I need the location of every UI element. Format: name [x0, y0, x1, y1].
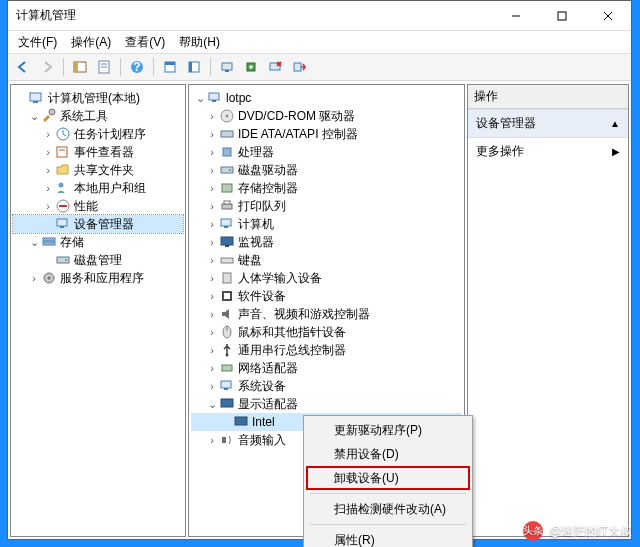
close-button[interactable]	[585, 1, 631, 31]
nav-forward-button[interactable]	[36, 56, 58, 78]
system-device-icon	[219, 378, 235, 394]
nav-back-button[interactable]	[12, 56, 34, 78]
scan-hardware-button[interactable]	[216, 56, 238, 78]
device-keyboard[interactable]: ›键盘	[191, 251, 462, 269]
expand-icon[interactable]: ›	[205, 182, 219, 194]
tree-device-manager[interactable]: 设备管理器	[13, 215, 183, 233]
collapse-icon[interactable]: ⌄	[27, 236, 41, 249]
disc-icon	[219, 108, 235, 124]
expand-icon[interactable]: ›	[205, 164, 219, 176]
expand-icon[interactable]: ›	[205, 434, 219, 446]
device-computer[interactable]: ›计算机	[191, 215, 462, 233]
menu-action[interactable]: 操作(A)	[71, 34, 111, 51]
separator	[63, 58, 64, 76]
controller-icon	[219, 180, 235, 196]
menu-disable-device[interactable]: 禁用设备(D)	[306, 442, 470, 466]
expand-icon[interactable]: ›	[205, 344, 219, 356]
performance-icon	[55, 198, 71, 214]
device-disk[interactable]: ›磁盘驱动器	[191, 161, 462, 179]
tree-performance[interactable]: ›性能	[13, 197, 183, 215]
console-tree-pane[interactable]: 计算机管理(本地) ⌄系统工具 ›任务计划程序 ›事件查看器 ›共享文件夹 ›本…	[10, 84, 186, 537]
help-button[interactable]: ?	[126, 56, 148, 78]
expand-icon[interactable]: ›	[205, 380, 219, 392]
device-root[interactable]: ⌄lotpc	[191, 89, 462, 107]
tree-services-apps[interactable]: ›服务和应用程序	[13, 269, 183, 287]
tree-shared-folders[interactable]: ›共享文件夹	[13, 161, 183, 179]
separator	[210, 58, 211, 76]
menu-uninstall-device[interactable]: 卸载设备(U)	[306, 466, 470, 490]
uninstall-button[interactable]	[264, 56, 286, 78]
view-list-button[interactable]	[183, 56, 205, 78]
expand-icon[interactable]: ›	[205, 254, 219, 266]
tree-local-users[interactable]: ›本地用户和组	[13, 179, 183, 197]
device-cpu[interactable]: ›处理器	[191, 143, 462, 161]
tree-disk-management[interactable]: 磁盘管理	[13, 251, 183, 269]
tree-task-scheduler[interactable]: ›任务计划程序	[13, 125, 183, 143]
device-software[interactable]: ›软件设备	[191, 287, 462, 305]
device-usb[interactable]: ›通用串行总线控制器	[191, 341, 462, 359]
svg-point-57	[226, 354, 229, 357]
expand-icon[interactable]: ›	[27, 272, 41, 284]
usb-icon	[219, 342, 235, 358]
expand-icon[interactable]: ›	[205, 128, 219, 140]
expand-icon[interactable]: ›	[41, 200, 55, 212]
expand-icon[interactable]: ›	[205, 218, 219, 230]
tree-event-viewer[interactable]: ›事件查看器	[13, 143, 183, 161]
device-mouse[interactable]: ›鼠标和其他指针设备	[191, 323, 462, 341]
action-label: 更多操作	[476, 143, 524, 160]
menu-scan-hardware[interactable]: 扫描检测硬件改动(A)	[306, 497, 470, 521]
expand-icon[interactable]: ›	[205, 110, 219, 122]
device-audio-video-game[interactable]: ›声音、视频和游戏控制器	[191, 305, 462, 323]
disable-button[interactable]	[288, 56, 310, 78]
window-title: 计算机管理	[16, 7, 493, 24]
device-dvd[interactable]: ›DVD/CD-ROM 驱动器	[191, 107, 462, 125]
collapse-icon[interactable]: ⌄	[193, 92, 207, 105]
tree-storage[interactable]: ⌄存储	[13, 233, 183, 251]
tree-label: 事件查看器	[74, 144, 134, 161]
collapse-icon[interactable]: ⌄	[205, 398, 219, 411]
update-driver-button[interactable]	[240, 56, 262, 78]
svg-rect-50	[225, 245, 229, 247]
menu-help[interactable]: 帮助(H)	[179, 34, 220, 51]
device-monitor[interactable]: ›监视器	[191, 233, 462, 251]
maximize-button[interactable]	[539, 1, 585, 31]
device-display-adapter[interactable]: ⌄显示适配器	[191, 395, 462, 413]
expand-icon[interactable]: ›	[41, 146, 55, 158]
watermark-badge: 头条	[523, 521, 543, 541]
menu-view[interactable]: 查看(V)	[125, 34, 165, 51]
device-hid[interactable]: ›人体学输入设备	[191, 269, 462, 287]
expand-icon[interactable]: ›	[41, 182, 55, 194]
show-hide-button[interactable]	[69, 56, 91, 78]
expand-icon[interactable]: ›	[205, 308, 219, 320]
menu-file[interactable]: 文件(F)	[18, 34, 57, 51]
svg-rect-60	[224, 388, 228, 390]
tree-system-tools[interactable]: ⌄系统工具	[13, 107, 183, 125]
expand-icon[interactable]: ›	[41, 128, 55, 140]
expand-icon[interactable]: ›	[205, 326, 219, 338]
menu-update-driver[interactable]: 更新驱动程序(P)	[306, 418, 470, 442]
toolbar: ?	[8, 53, 631, 81]
action-device-manager[interactable]: 设备管理器▲	[468, 109, 628, 138]
tree-root-local[interactable]: 计算机管理(本地)	[13, 89, 183, 107]
device-system[interactable]: ›系统设备	[191, 377, 462, 395]
properties-button[interactable]	[93, 56, 115, 78]
collapse-icon[interactable]: ⌄	[27, 110, 41, 123]
view-large-icons-button[interactable]	[159, 56, 181, 78]
expand-icon[interactable]: ›	[205, 362, 219, 374]
svg-rect-62	[235, 417, 247, 425]
action-more[interactable]: 更多操作▶	[468, 138, 628, 165]
expand-icon[interactable]: ›	[205, 272, 219, 284]
tree-label: 磁盘管理	[74, 252, 122, 269]
menu-properties[interactable]: 属性(R)	[306, 528, 470, 547]
device-network[interactable]: ›网络适配器	[191, 359, 462, 377]
device-ide[interactable]: ›IDE ATA/ATAPI 控制器	[191, 125, 462, 143]
expand-icon[interactable]: ›	[205, 236, 219, 248]
expand-icon[interactable]: ›	[205, 290, 219, 302]
device-storage-ctrl[interactable]: ›存储控制器	[191, 179, 462, 197]
expand-icon[interactable]: ›	[205, 146, 219, 158]
expand-icon[interactable]: ›	[41, 164, 55, 176]
device-print[interactable]: ›打印队列	[191, 197, 462, 215]
svg-point-26	[59, 183, 64, 188]
minimize-button[interactable]	[493, 1, 539, 31]
expand-icon[interactable]: ›	[205, 200, 219, 212]
